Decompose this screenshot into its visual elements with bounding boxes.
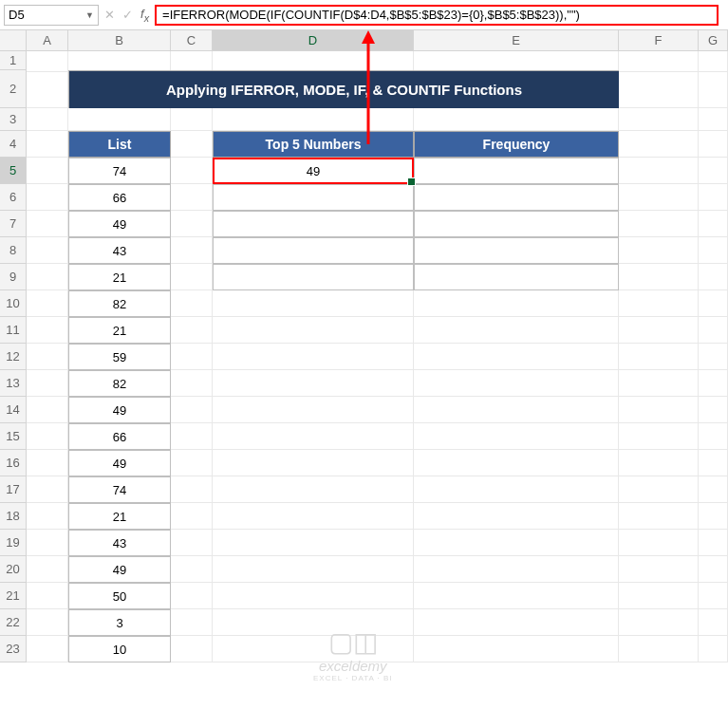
cell[interactable]: [699, 264, 728, 290]
cell-d[interactable]: [213, 237, 414, 264]
cell[interactable]: [213, 108, 414, 131]
list-cell[interactable]: 66: [68, 423, 171, 450]
cell[interactable]: [213, 583, 414, 609]
cell[interactable]: [414, 51, 619, 72]
cell[interactable]: [619, 583, 699, 609]
list-cell[interactable]: 21: [68, 317, 171, 344]
cell[interactable]: [699, 237, 728, 264]
cell[interactable]: [27, 450, 68, 476]
name-box[interactable]: D5 ▼: [4, 5, 99, 26]
row-hd[interactable]: 20: [0, 556, 27, 583]
cell[interactable]: [27, 211, 68, 237]
cell[interactable]: [619, 108, 699, 131]
row-hd[interactable]: 23: [0, 636, 27, 662]
cell[interactable]: [414, 344, 619, 370]
cell[interactable]: [414, 423, 619, 450]
cell[interactable]: [171, 51, 213, 72]
row-hd[interactable]: 1: [0, 51, 27, 70]
row-hd[interactable]: 5: [0, 158, 27, 184]
list-cell[interactable]: 66: [68, 184, 171, 211]
cell[interactable]: [213, 290, 414, 317]
cell[interactable]: [27, 344, 68, 370]
cell[interactable]: [213, 397, 414, 423]
col-hd-g[interactable]: G: [699, 30, 728, 50]
cell[interactable]: [619, 158, 699, 184]
cell[interactable]: [699, 184, 728, 211]
cell[interactable]: [213, 370, 414, 397]
cell-d5[interactable]: 49: [213, 158, 414, 184]
cell[interactable]: [213, 530, 414, 556]
cell[interactable]: [171, 450, 213, 476]
cell[interactable]: [27, 636, 68, 662]
cell[interactable]: [619, 290, 699, 317]
col-hd-b[interactable]: B: [68, 30, 171, 50]
cell[interactable]: [171, 609, 213, 636]
cell[interactable]: [414, 370, 619, 397]
cell-d[interactable]: [213, 264, 414, 290]
fx-icon[interactable]: fx: [140, 7, 149, 24]
cell[interactable]: [27, 184, 68, 211]
list-cell[interactable]: 21: [68, 264, 171, 290]
cell[interactable]: [171, 476, 213, 503]
row-hd[interactable]: 9: [0, 264, 27, 290]
cell[interactable]: [414, 397, 619, 423]
cell[interactable]: [619, 636, 699, 662]
row-hd[interactable]: 10: [0, 290, 27, 317]
col-hd-f[interactable]: F: [619, 30, 699, 50]
cell[interactable]: [213, 556, 414, 583]
cell[interactable]: [699, 583, 728, 609]
cell[interactable]: [213, 344, 414, 370]
cell[interactable]: [213, 476, 414, 503]
cell[interactable]: [699, 370, 728, 397]
cell[interactable]: [213, 317, 414, 344]
cell[interactable]: [171, 636, 213, 662]
row-hd[interactable]: 18: [0, 503, 27, 530]
cell[interactable]: [414, 317, 619, 344]
cell[interactable]: [27, 530, 68, 556]
cell[interactable]: [27, 503, 68, 530]
col-hd-a[interactable]: A: [27, 30, 68, 50]
list-cell[interactable]: 10: [68, 636, 171, 662]
cell[interactable]: [414, 503, 619, 530]
cell[interactable]: [27, 397, 68, 423]
cell[interactable]: [171, 370, 213, 397]
row-hd[interactable]: 6: [0, 184, 27, 211]
col-hd-d[interactable]: D: [213, 30, 414, 50]
cell[interactable]: [699, 158, 728, 184]
cell[interactable]: [171, 397, 213, 423]
header-top5[interactable]: Top 5 Numbers: [213, 131, 414, 158]
cell[interactable]: [171, 344, 213, 370]
cell[interactable]: [171, 556, 213, 583]
cell-e[interactable]: [414, 237, 619, 264]
cell[interactable]: [619, 70, 699, 108]
cell[interactable]: [619, 450, 699, 476]
row-hd[interactable]: 2: [0, 70, 27, 108]
cell[interactable]: [27, 476, 68, 503]
cancel-icon[interactable]: ✕: [104, 8, 115, 22]
cell[interactable]: [619, 370, 699, 397]
cell[interactable]: [68, 108, 171, 131]
row-hd[interactable]: 4: [0, 131, 27, 158]
cell[interactable]: [213, 450, 414, 476]
cell[interactable]: [27, 51, 68, 72]
cell[interactable]: [171, 583, 213, 609]
row-hd[interactable]: 15: [0, 423, 27, 450]
cell[interactable]: [414, 609, 619, 636]
row-hd[interactable]: 3: [0, 108, 27, 131]
cell[interactable]: [171, 290, 213, 317]
cell[interactable]: [171, 158, 213, 184]
cell[interactable]: [27, 583, 68, 609]
col-hd-c[interactable]: C: [171, 30, 213, 50]
enter-icon[interactable]: ✓: [122, 8, 133, 22]
cell[interactable]: [699, 609, 728, 636]
cell[interactable]: [619, 503, 699, 530]
cell[interactable]: [699, 397, 728, 423]
cell[interactable]: [171, 211, 213, 237]
row-hd[interactable]: 12: [0, 344, 27, 370]
cell[interactable]: [619, 184, 699, 211]
cell[interactable]: [699, 51, 728, 72]
list-cell[interactable]: 74: [68, 158, 171, 184]
list-cell[interactable]: 49: [68, 397, 171, 423]
cell[interactable]: [619, 131, 699, 158]
list-cell[interactable]: 3: [68, 609, 171, 636]
